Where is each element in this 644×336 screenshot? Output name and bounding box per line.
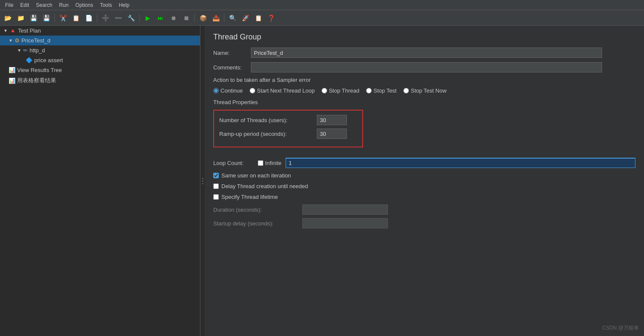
chevron-down-icon: ▼ bbox=[3, 28, 8, 33]
comments-row: Comments: bbox=[213, 62, 635, 72]
duration-label: Duration (seconds): bbox=[213, 207, 299, 213]
menu-help[interactable]: Help bbox=[115, 1, 133, 9]
specify-lifetime-row: Specify Thread lifetime bbox=[213, 194, 635, 200]
radio-continue-input[interactable] bbox=[213, 88, 219, 93]
radio-stop-test[interactable]: Stop Test bbox=[366, 87, 397, 94]
menu-bar: File Edit Search Run Options Tools Help bbox=[0, 0, 644, 10]
left-panel: ▼ 🔺 Test Plan ▼ ⚙ PriceTest_d ▼ ✏ http_d… bbox=[0, 26, 200, 336]
startup-delay-label: Startup delay (seconds): bbox=[213, 220, 299, 227]
panel-resize-handle[interactable] bbox=[200, 26, 205, 336]
toolbar-settings[interactable]: 🔧 bbox=[125, 12, 137, 24]
pencil-icon: ✏ bbox=[23, 47, 28, 54]
right-panel: Thread Group Name: Comments: Action to b… bbox=[205, 26, 644, 336]
infinite-checkbox[interactable] bbox=[258, 160, 263, 166]
duration-input[interactable] bbox=[302, 204, 388, 215]
radio-stop-thread-input[interactable] bbox=[322, 88, 327, 93]
drag-dot bbox=[202, 178, 203, 179]
same-user-checkbox[interactable] bbox=[213, 173, 219, 178]
radio-stop-test-label: Stop Test bbox=[373, 87, 397, 94]
thread-props-box: Number of Threads (users): Ramp-up perio… bbox=[213, 110, 363, 147]
same-user-label: Same user on each iteration bbox=[221, 172, 291, 179]
toolbar-collapse[interactable]: ➖ bbox=[112, 12, 124, 24]
table-results-icon: 📊 bbox=[9, 78, 15, 84]
infinite-checkbox-label[interactable]: Infinite bbox=[258, 160, 281, 166]
threads-input[interactable] bbox=[317, 115, 347, 125]
menu-run[interactable]: Run bbox=[56, 1, 72, 9]
tree-item-label: View Results Tree bbox=[17, 67, 62, 73]
panel-title: Thread Group bbox=[213, 33, 635, 42]
toolbar-copy[interactable]: 📋 bbox=[70, 12, 82, 24]
loop-count-label: Loop Count: bbox=[213, 160, 252, 166]
tree-item-label: 用表格察看结果 bbox=[17, 77, 56, 84]
comments-input[interactable] bbox=[251, 62, 602, 72]
toolbar-sep-3 bbox=[139, 14, 140, 22]
startup-delay-input[interactable] bbox=[302, 218, 388, 228]
drag-dot bbox=[202, 183, 203, 184]
radio-continue[interactable]: Continue bbox=[213, 87, 243, 94]
toolbar-sep-5 bbox=[224, 14, 224, 22]
radio-stop-test-now-input[interactable] bbox=[403, 88, 409, 93]
watermark: CSDN @万能車 bbox=[602, 324, 639, 332]
tree-item-label: http_d bbox=[30, 47, 45, 54]
tree-item-pricetest[interactable]: ▼ ⚙ PriceTest_d bbox=[0, 36, 200, 45]
name-row: Name: bbox=[213, 48, 635, 58]
radio-stop-test-now[interactable]: Stop Test Now bbox=[403, 87, 447, 94]
toolbar-remote-stop[interactable]: 📤 bbox=[210, 12, 222, 24]
menu-file[interactable]: File bbox=[2, 1, 17, 9]
toolbar-jmeter-icon[interactable]: 🚀 bbox=[239, 12, 251, 24]
toolbar-help[interactable]: ❓ bbox=[265, 12, 277, 24]
radio-start-next-input[interactable] bbox=[250, 88, 255, 93]
radio-continue-label: Continue bbox=[221, 87, 243, 94]
thread-props-title: Thread Properties bbox=[213, 99, 635, 105]
toolbar-expand[interactable]: ➕ bbox=[99, 12, 111, 24]
tree-item-results-tree[interactable]: 📊 View Results Tree bbox=[0, 65, 200, 75]
toolbar-remote-start[interactable]: 📦 bbox=[197, 12, 209, 24]
name-input[interactable] bbox=[251, 48, 602, 58]
toolbar-open[interactable]: 📁 bbox=[15, 12, 27, 24]
radio-start-next[interactable]: Start Next Thread Loop bbox=[250, 87, 315, 94]
duration-row: Duration (seconds): bbox=[213, 204, 635, 215]
toolbar-sep-2 bbox=[97, 14, 97, 22]
toolbar-start-no-pause[interactable]: ⏭ bbox=[155, 12, 167, 24]
rampup-input[interactable] bbox=[317, 129, 347, 139]
gear-icon: ⚙ bbox=[15, 37, 20, 44]
loop-count-input[interactable] bbox=[286, 158, 635, 168]
menu-search[interactable]: Search bbox=[33, 1, 56, 9]
tree-item-results-table[interactable]: 📊 用表格察看结果 bbox=[0, 75, 200, 86]
menu-options[interactable]: Options bbox=[72, 1, 96, 9]
specify-lifetime-checkbox[interactable] bbox=[213, 194, 219, 200]
tree-item-label: price assert bbox=[34, 57, 63, 63]
loop-count-row: Loop Count: Infinite bbox=[213, 158, 635, 168]
toolbar-sep-4 bbox=[194, 14, 195, 22]
toolbar-paste[interactable]: 📄 bbox=[83, 12, 95, 24]
rampup-row: Ramp-up period (seconds): bbox=[219, 129, 357, 139]
tree-item-test-plan[interactable]: ▼ 🔺 Test Plan bbox=[0, 26, 200, 36]
tree-item-http[interactable]: ▼ ✏ http_d bbox=[0, 45, 200, 55]
toolbar-stop[interactable]: ⏺ bbox=[167, 12, 179, 24]
delay-thread-checkbox[interactable] bbox=[213, 183, 219, 189]
menu-tools[interactable]: Tools bbox=[96, 1, 115, 9]
radio-stop-test-input[interactable] bbox=[366, 88, 372, 93]
toolbar-cut[interactable]: ✂️ bbox=[57, 12, 69, 24]
toolbar-new[interactable]: 📂 bbox=[2, 12, 14, 24]
menu-edit[interactable]: Edit bbox=[17, 1, 33, 9]
toolbar-save[interactable]: 💾 bbox=[27, 12, 39, 24]
toolbar: 📂 📁 💾 💾 ✂️ 📋 📄 ➕ ➖ 🔧 ▶ ⏭ ⏺ ⏹ 📦 📤 🔍 🚀 📋 ❓ bbox=[0, 10, 644, 26]
threads-label: Number of Threads (users): bbox=[219, 117, 313, 123]
results-icon: 📊 bbox=[9, 67, 15, 73]
threads-row: Number of Threads (users): bbox=[219, 115, 357, 125]
toolbar-sep-1 bbox=[54, 14, 55, 22]
tree-item-assert[interactable]: 🔷 price assert bbox=[0, 55, 200, 65]
toolbar-templates[interactable]: 📋 bbox=[252, 12, 264, 24]
chevron-down-icon: ▼ bbox=[9, 38, 13, 43]
test-plan-icon: 🔺 bbox=[9, 27, 16, 34]
toolbar-start[interactable]: ▶ bbox=[142, 12, 154, 24]
radio-stop-thread[interactable]: Stop Thread bbox=[322, 87, 359, 94]
assert-icon: 🔷 bbox=[26, 57, 33, 63]
main-layout: ▼ 🔺 Test Plan ▼ ⚙ PriceTest_d ▼ ✏ http_d… bbox=[0, 26, 644, 336]
toolbar-save-all[interactable]: 💾 bbox=[40, 12, 52, 24]
thread-props-section: Thread Properties Number of Threads (use… bbox=[213, 99, 635, 153]
chevron-down-icon: ▼ bbox=[17, 48, 21, 53]
toolbar-shutdown[interactable]: ⏹ bbox=[180, 12, 192, 24]
toolbar-search[interactable]: 🔍 bbox=[227, 12, 239, 24]
